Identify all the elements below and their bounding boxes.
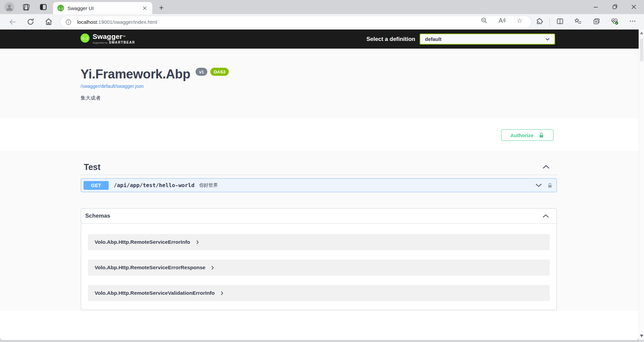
model-name: Volo.Abp.Http.RemoteServiceValidationErr… (95, 290, 215, 296)
magnifier-minus-glyph (480, 17, 488, 24)
favorite-star-icon[interactable]: ☆ (516, 16, 524, 24)
essentials-glyph (610, 17, 619, 25)
url-host: localhost (77, 19, 97, 25)
operation-get-hello-world[interactable]: GET /api/app/test/hello-world 你好世界 (81, 178, 557, 192)
page-scrollbar[interactable] (639, 30, 644, 340)
minimize-icon (593, 4, 599, 10)
chevron-up-icon[interactable] (542, 165, 550, 169)
tag-section-test[interactable]: Test (81, 159, 558, 175)
browser-essentials-icon[interactable] (610, 17, 619, 25)
api-title: Yi.Framework.Abp (80, 66, 190, 82)
definition-select[interactable]: default (420, 34, 555, 45)
swagger-wordmark: SwaggerTM (93, 33, 135, 40)
oas3-badge: OAS3 (210, 68, 229, 76)
close-button[interactable] (626, 0, 641, 14)
api-title-row: Yi.Framework.Abp v1 OAS3 (80, 66, 229, 82)
scroll-up-arrow-icon[interactable] (640, 32, 643, 34)
chevron-up-icon[interactable] (542, 214, 549, 218)
chevron-down-icon (545, 38, 550, 41)
ellipsis-glyph (629, 17, 636, 25)
read-aloud-icon[interactable] (498, 16, 506, 24)
restore-button[interactable] (607, 0, 623, 14)
chevron-right-icon (221, 291, 223, 295)
settings-ellipsis-icon[interactable] (629, 17, 637, 25)
tab-actions-glyph (39, 3, 47, 11)
spec-json-link[interactable]: /swagger/default/swagger.json (80, 83, 144, 89)
chevron-right-icon (196, 240, 199, 244)
logo-tm: TM (122, 35, 125, 37)
profile-avatar-icon (4, 2, 14, 12)
tab-title: Swagger UI (67, 5, 141, 11)
close-x-glyph (143, 6, 147, 10)
back-button[interactable] (7, 16, 18, 27)
authorize-label: Authorize (510, 132, 533, 138)
chevron-down-icon[interactable] (535, 183, 542, 187)
authorize-button[interactable]: Authorize (501, 129, 553, 141)
scheme-container: Authorize (0, 118, 639, 151)
select-definition-label: Select a definition (367, 36, 415, 43)
model-row-remote-service-error-info[interactable]: Volo.Abp.Http.RemoteServiceErrorInfo (88, 234, 550, 250)
workspaces-icon[interactable] (21, 2, 31, 12)
favorites-bar-icon[interactable] (574, 17, 582, 25)
definition-selected-value: default (425, 36, 441, 42)
method-badge: GET (84, 181, 109, 190)
schemas-header[interactable]: Schemas (81, 209, 556, 224)
browser-window: {…} Swagger UI + (0, 0, 644, 342)
api-description: 集大成者 (80, 95, 101, 101)
supported-by-text: Supported by (93, 41, 108, 44)
restore-icon (612, 4, 618, 10)
schemas-container: Schemas Volo.Abp.Http.RemoteServiceError… (81, 208, 557, 310)
url-text: localhost:19001/swagger/index.html (77, 19, 157, 25)
collections-icon[interactable] (592, 17, 600, 25)
refresh-button[interactable] (25, 16, 36, 27)
swagger-logo-icon: {…} (80, 34, 90, 43)
model-name: Volo.Abp.Http.RemoteServiceErrorInfo (95, 239, 190, 245)
split-screen-icon[interactable] (556, 17, 564, 25)
puzzle-glyph (536, 17, 543, 25)
api-info-section: Yi.Framework.Abp v1 OAS3 /swagger/defaul… (0, 49, 639, 118)
swagger-topbar: {…} SwaggerTM Supported by SMARTBEAR Sel… (0, 30, 639, 49)
scroll-down-arrow-icon[interactable] (640, 335, 643, 337)
swagger-favicon: {…} (57, 5, 64, 11)
version-badge: v1 (196, 68, 207, 76)
profile-avatar[interactable] (4, 2, 14, 12)
smartbear-text: SMARTBEAR (109, 41, 135, 44)
tab-close-icon[interactable] (141, 4, 148, 12)
tag-title: Test (84, 162, 101, 172)
collections-glyph (593, 17, 600, 25)
home-icon (45, 18, 53, 26)
new-tab-button[interactable]: + (156, 3, 166, 12)
logo-subtitle: Supported by SMARTBEAR (93, 41, 135, 44)
page-info-icon[interactable] (65, 19, 72, 25)
swagger-logo-text-block: SwaggerTM Supported by SMARTBEAR (93, 33, 135, 44)
workspaces-glyph (22, 3, 30, 11)
operation-path: /api/app/test/hello-world (114, 182, 195, 188)
lock-icon[interactable] (547, 182, 553, 188)
logo-word-text: Swagger (93, 33, 122, 40)
definition-select-group: Select a definition default (367, 30, 555, 49)
model-row-remote-service-error-response[interactable]: Volo.Abp.Http.RemoteServiceErrorResponse (88, 260, 550, 276)
swagger-page: Yi.Framework.Abp v1 OAS3 /swagger/defaul… (0, 49, 639, 340)
zoom-out-icon[interactable] (480, 16, 488, 24)
close-icon (631, 4, 637, 10)
extensions-icon[interactable] (535, 17, 543, 25)
split-screen-glyph (556, 17, 564, 25)
browser-toolbar: localhost:19001/swagger/index.html ☆ (0, 14, 644, 30)
info-glyph (65, 19, 72, 25)
browser-tab[interactable]: {…} Swagger UI (53, 2, 152, 14)
toolbar-divider (549, 18, 550, 26)
tab-actions-icon[interactable] (38, 2, 48, 12)
scrollbar-thumb[interactable] (640, 38, 643, 62)
minimize-button[interactable] (588, 0, 603, 14)
star-glyph: ☆ (517, 17, 522, 24)
back-icon (8, 18, 17, 26)
unlock-icon (538, 132, 544, 138)
refresh-icon (26, 18, 35, 26)
chevron-right-icon (211, 266, 214, 270)
model-name: Volo.Abp.Http.RemoteServiceErrorResponse (95, 265, 205, 271)
model-row-remote-service-validation-error-info[interactable]: Volo.Abp.Http.RemoteServiceValidationErr… (88, 285, 550, 301)
operation-summary: 你好世界 (199, 182, 218, 188)
home-button[interactable] (43, 16, 54, 27)
address-bar[interactable]: localhost:19001/swagger/index.html (60, 16, 532, 28)
schemas-title: Schemas (85, 213, 110, 219)
